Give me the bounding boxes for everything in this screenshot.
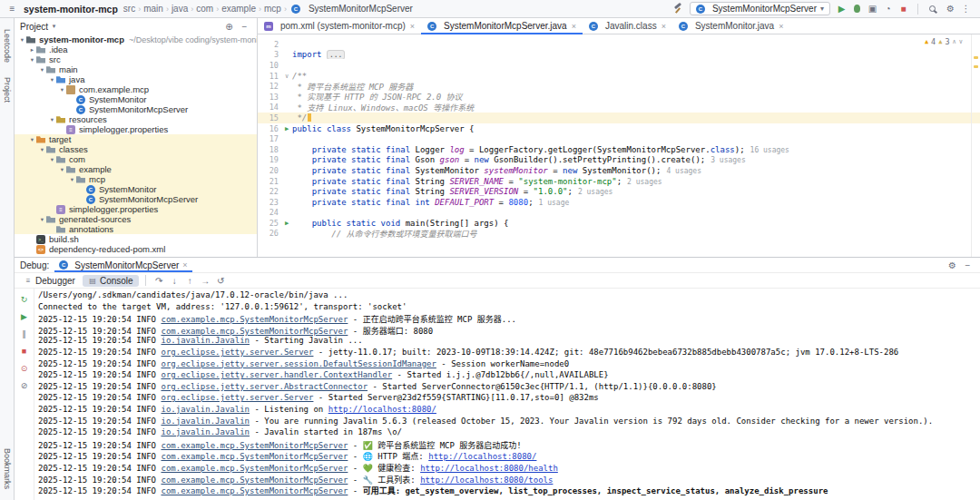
editor-tab[interactable]: SystemMonitor.java× [672,18,790,34]
code-line[interactable]: 2 [258,39,980,50]
fold-arrow-icon[interactable]: ∨ [281,73,292,80]
tree-item[interactable]: ▾com [15,154,257,164]
step-over-icon[interactable]: ↷ [152,274,166,288]
rewind-icon[interactable]: ↺ [214,274,228,288]
console-class-link[interactable]: org.eclipse.jetty.server.Server [161,393,313,402]
console-class-link[interactable]: com.example.mcp.SystemMonitorMcpServer [161,452,348,461]
expand-arrow-icon[interactable]: ▾ [68,176,76,183]
code-line[interactable]: 18 private static final Logger log = Log… [258,144,980,155]
code-line[interactable]: 24 [258,208,980,219]
breadcrumb-item[interactable]: com [196,4,213,14]
breadcrumb-item[interactable]: main [143,4,163,14]
console-class-link[interactable]: com.example.mcp.SystemMonitorMcpServer [161,327,348,336]
close-icon[interactable]: × [410,22,415,31]
run-icon[interactable]: ▶ [835,2,848,15]
tree-item[interactable]: ▾main [15,64,257,74]
expand-arrow-icon[interactable]: ▾ [58,166,66,173]
main-menu-icon[interactable]: ≡ [5,2,19,15]
prev-highlight-icon[interactable]: ∧ [953,38,956,45]
code-line[interactable]: 11∨/** [258,71,980,82]
breadcrumb-item[interactable]: mcp [264,4,281,14]
warning-mark[interactable] [974,56,978,59]
code-line[interactable]: 26 // 从命令行参数或环境变量获取端口号 [258,229,980,240]
editor-tab[interactable]: Javalin.class× [583,18,672,34]
step-into-icon[interactable]: ↓ [168,274,181,288]
console-class-link[interactable]: io.javalin.Javalin [161,405,250,414]
collapse-icon[interactable]: − [238,20,251,34]
run-gutter-icon[interactable]: ▶ [281,220,292,227]
search-icon[interactable] [926,2,939,15]
expand-arrow-icon[interactable]: ▸ [28,46,36,54]
console-url-link[interactable]: http://localhost:8080/health [420,464,558,473]
code-line[interactable]: 17 [258,133,980,144]
code-lines[interactable]: 23import ...1011∨/**12 * 跨平台系统监控 MCP 服务器… [258,39,980,239]
code-line[interactable]: 20 private static final SystemMonitor sy… [258,165,980,176]
console-class-link[interactable]: com.example.mcp.SystemMonitorMcpServer [161,475,348,485]
console-class-link[interactable]: io.javalin.Javalin [161,427,250,436]
console-url-link[interactable]: http://localhost:8080/tools [420,475,553,485]
console-class-link[interactable]: io.javalin.Javalin [161,417,250,426]
profiler-icon[interactable]: ◔ [881,2,895,15]
mute-breakpoints-icon[interactable]: ⊘ [17,378,31,392]
code-line[interactable]: 25▶ public static void main(String[] arg… [258,218,980,229]
project-name[interactable]: system-monitor-mcp [24,4,118,15]
resume-icon[interactable]: ▶ [17,309,31,323]
tree-item[interactable]: SystemMonitor [15,94,257,104]
expand-arrow-icon[interactable]: ▾ [28,56,36,64]
code-editor[interactable]: 23import ...1011∨/**12 * 跨平台系统监控 MCP 服务器… [258,34,980,257]
console-class-link[interactable]: org.eclipse.jetty.server.session.Default… [161,359,436,368]
tree-item[interactable]: ▾classes [15,144,257,154]
run-gutter-icon[interactable]: ▶ [281,125,292,132]
editor-scrollbar[interactable] [971,34,980,257]
close-icon[interactable]: × [572,22,576,31]
expand-arrow-icon[interactable]: ▾ [38,66,46,74]
warning-mark[interactable] [974,65,978,68]
code-line[interactable]: 15 */ [258,113,980,123]
chevron-down-icon[interactable]: ▾ [50,20,58,34]
console-class-link[interactable]: org.eclipse.jetty.server.handler.Context… [161,370,392,379]
expand-arrow-icon[interactable]: ▾ [48,116,56,123]
editor-tab[interactable]: SystemMonitorMcpServer.java× [421,18,583,34]
close-icon[interactable]: × [779,22,783,31]
gear-icon[interactable]: ⚙ [946,259,959,272]
console-output[interactable]: /Users/yong/.sdkman/candidates/java/17.0… [34,289,980,500]
stop-icon[interactable]: ■ [17,344,31,358]
breadcrumb-file[interactable]: SystemMonitorMcpServer [309,4,413,14]
debug-icon[interactable] [850,2,864,15]
tree-item[interactable]: ▾generated-sources [15,214,257,224]
tree-item[interactable]: simplelogger.properties [15,124,257,134]
locate-icon[interactable]: ⊕ [222,20,236,34]
tree-item[interactable]: ▾src [15,54,257,64]
expand-arrow-icon[interactable]: ▾ [18,36,26,44]
tool-window-button-leetcode[interactable]: Leetcode [3,29,12,63]
rerun-icon[interactable]: ↻ [17,292,31,306]
console-url-link[interactable]: http://localhost:8080/ [328,405,436,414]
code-line[interactable]: 22 private static final String SERVER_VE… [258,186,980,197]
tool-window-button-bookmarks[interactable]: Bookmarks [3,448,12,489]
tree-item[interactable]: annotations [15,224,257,234]
run-config-select[interactable]: SystemMonitorMcpServer ▾ [690,2,830,15]
code-line[interactable]: 19 private static final Gson gson = new … [258,155,980,166]
close-icon[interactable]: × [662,22,666,31]
tree-item[interactable]: ▾system-monitor-mcp~/Desktop/vibe coding… [15,34,257,44]
tool-window-button-project[interactable]: Project [3,77,12,103]
tree-item[interactable]: ▾mcp [15,174,257,184]
project-panel-title[interactable]: Project [20,22,48,32]
inspections-widget[interactable]: ▲ 4 ▲ 3 ∧ ∨ [922,37,965,46]
debug-session-tab[interactable]: SystemMonitorMcpServer × [54,258,191,272]
tree-item[interactable]: ▸.idea [15,44,257,54]
step-out-icon[interactable]: ↑ [183,274,197,288]
pause-icon[interactable]: ∥ [17,327,31,340]
hide-icon[interactable]: − [961,259,975,272]
console-url-link[interactable]: http://localhost:8080/ [428,452,536,461]
console-class-link[interactable]: org.eclipse.jetty.server.AbstractConnect… [161,382,368,391]
console-class-link[interactable]: com.example.mcp.SystemMonitorMcpServer [161,486,348,495]
tree-item[interactable]: build.sh [15,234,257,244]
code-line[interactable]: 10 [258,60,980,71]
tree-item[interactable]: SystemMonitorMcpServer [15,104,257,114]
run-to-cursor-icon[interactable]: → [199,274,212,288]
code-line[interactable]: 13 * 实现基于 HTTP 的 JSON-RPC 2.0 协议 [258,92,980,103]
code-line[interactable]: 21 private static final String SERVER_NA… [258,176,980,187]
expand-arrow-icon[interactable]: ▾ [48,76,56,83]
console-class-link[interactable]: com.example.mcp.SystemMonitorMcpServer [161,464,348,473]
